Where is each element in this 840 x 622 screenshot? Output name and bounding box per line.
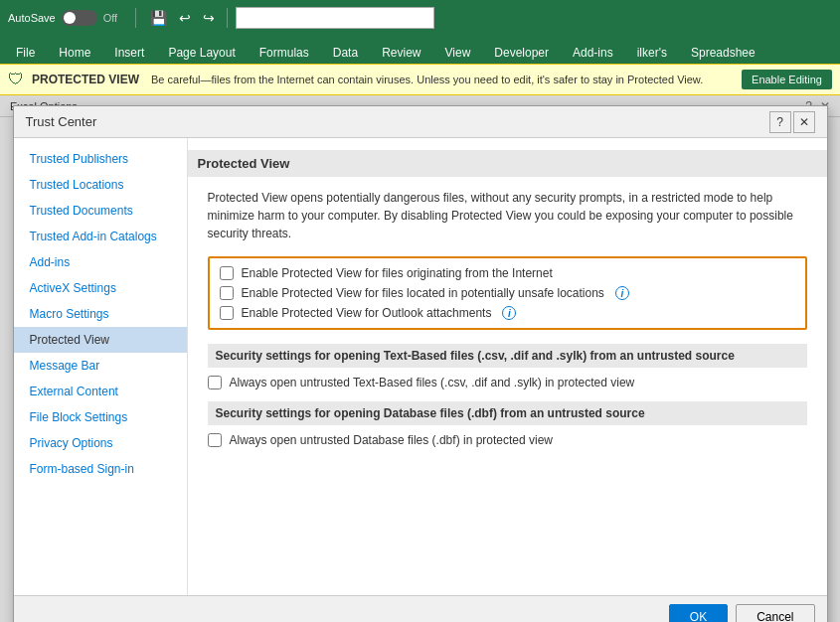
protected-view-options-box: Enable Protected View for files originat… (208, 256, 807, 330)
section-description: Protected View opens potentially dangero… (208, 189, 807, 242)
text-based-header: Security settings for opening Text-Based… (208, 344, 807, 368)
sidebar-item-message-bar[interactable]: Message Bar (14, 353, 187, 379)
tab-insert[interactable]: Insert (102, 42, 156, 64)
protected-view-bar: 🛡 PROTECTED VIEW Be careful—files from t… (0, 64, 840, 95)
checkbox-row-text-based: Always open untrusted Text-Based files (… (208, 376, 807, 389)
undo-icon[interactable]: ↩ (175, 8, 195, 28)
checkbox-internet[interactable] (220, 266, 234, 280)
dialog-body: Trusted Publishers Trusted Locations Tru… (14, 138, 827, 595)
checkbox-unsafe-locations-label: Enable Protected View for files located … (242, 286, 604, 300)
tab-page-layout[interactable]: Page Layout (156, 42, 247, 64)
sidebar-item-external-content[interactable]: External Content (14, 379, 187, 404)
tab-view[interactable]: View (433, 42, 483, 64)
main-area: Excel Options ? ✕ Trust Center ? ✕ Trust… (0, 95, 840, 622)
checkbox-unsafe-locations[interactable] (220, 286, 234, 300)
shield-icon: 🛡 (8, 71, 24, 88)
sidebar-item-trusted-publishers[interactable]: Trusted Publishers (14, 146, 187, 172)
redo-icon[interactable]: ↪ (199, 8, 219, 28)
pv-message: Be careful—files from the Internet can c… (151, 74, 734, 85)
toolbar-separator (135, 8, 136, 28)
dialog-help-button[interactable]: ? (769, 111, 791, 133)
save-icon[interactable]: 💾 (146, 8, 171, 28)
checkbox-row-internet: Enable Protected View for files originat… (220, 266, 795, 280)
autosave-state: Off (103, 12, 117, 24)
dialog-title: Trust Center (26, 114, 769, 129)
sidebar-item-macro-settings[interactable]: Macro Settings (14, 301, 187, 327)
dialog-controls: ? ✕ (769, 111, 815, 133)
dialog-overlay: Trust Center ? ✕ Trusted Publishers Trus… (0, 95, 840, 622)
checkbox-database-label: Always open untrusted Database files (.d… (230, 433, 554, 447)
sidebar-item-trusted-add-in-catalogs[interactable]: Trusted Add-in Catalogs (14, 224, 187, 249)
autosave-label: AutoSave (8, 12, 56, 24)
tab-review[interactable]: Review (370, 42, 432, 64)
section-title: Protected View (188, 150, 827, 177)
autosave-toggle[interactable] (62, 10, 97, 26)
checkbox-row-unsafe-locations: Enable Protected View for files located … (220, 286, 795, 300)
checkbox-internet-label: Enable Protected View for files originat… (242, 266, 553, 280)
sidebar-item-trusted-locations[interactable]: Trusted Locations (14, 172, 187, 198)
enable-editing-button[interactable]: Enable Editing (742, 70, 832, 89)
ok-button[interactable]: OK (669, 604, 728, 622)
sidebar-item-trusted-documents[interactable]: Trusted Documents (14, 198, 187, 224)
sidebar-item-form-based-sign-in[interactable]: Form-based Sign-in (14, 456, 187, 482)
tab-add-ins[interactable]: Add-ins (561, 42, 625, 64)
excel-toolbar: AutoSave Off 💾 ↩ ↪ (0, 0, 840, 36)
cancel-button[interactable]: Cancel (736, 604, 814, 622)
checkbox-text-based[interactable] (208, 376, 222, 389)
checkbox-database[interactable] (208, 433, 222, 447)
tab-data[interactable]: Data (321, 42, 370, 64)
info-icon-unsafe-locations[interactable]: i (615, 286, 629, 300)
checkbox-row-outlook: Enable Protected View for Outlook attach… (220, 306, 795, 320)
toolbar-icons: 💾 ↩ ↪ (146, 7, 832, 29)
tab-home[interactable]: Home (47, 42, 102, 64)
sidebar-item-activex-settings[interactable]: ActiveX Settings (14, 275, 187, 301)
formula-bar[interactable] (236, 7, 434, 29)
content-area: Protected View Protected View opens pote… (188, 138, 827, 595)
sidebar: Trusted Publishers Trusted Locations Tru… (14, 138, 188, 595)
tab-spreadsheet[interactable]: Spreadshee (679, 42, 767, 64)
tab-developer[interactable]: Developer (482, 42, 561, 64)
tab-ilkers[interactable]: ilker's (625, 42, 679, 64)
sidebar-item-add-ins[interactable]: Add-ins (14, 249, 187, 275)
checkbox-outlook-label: Enable Protected View for Outlook attach… (242, 306, 492, 320)
sidebar-item-file-block-settings[interactable]: File Block Settings (14, 404, 187, 430)
sidebar-item-privacy-options[interactable]: Privacy Options (14, 430, 187, 456)
pv-title: PROTECTED VIEW (32, 73, 139, 86)
trust-center-dialog: Trust Center ? ✕ Trusted Publishers Trus… (13, 105, 828, 622)
checkbox-row-database: Always open untrusted Database files (.d… (208, 433, 807, 447)
dialog-titlebar: Trust Center ? ✕ (14, 106, 827, 138)
database-section: Security settings for opening Database f… (208, 401, 807, 447)
ribbon-tabs: File Home Insert Page Layout Formulas Da… (0, 36, 840, 64)
toolbar-separator-2 (227, 8, 228, 28)
tab-file[interactable]: File (4, 42, 47, 64)
info-icon-outlook[interactable]: i (502, 306, 516, 320)
autosave-knob (64, 12, 76, 24)
text-based-section: Security settings for opening Text-Based… (208, 344, 807, 389)
tab-formulas[interactable]: Formulas (248, 42, 321, 64)
sidebar-item-protected-view[interactable]: Protected View (14, 327, 187, 353)
checkbox-outlook[interactable] (220, 306, 234, 320)
database-header: Security settings for opening Database f… (208, 401, 807, 425)
dialog-footer: OK Cancel (14, 595, 827, 622)
dialog-close-button[interactable]: ✕ (793, 111, 815, 133)
checkbox-text-based-label: Always open untrusted Text-Based files (… (230, 376, 635, 389)
